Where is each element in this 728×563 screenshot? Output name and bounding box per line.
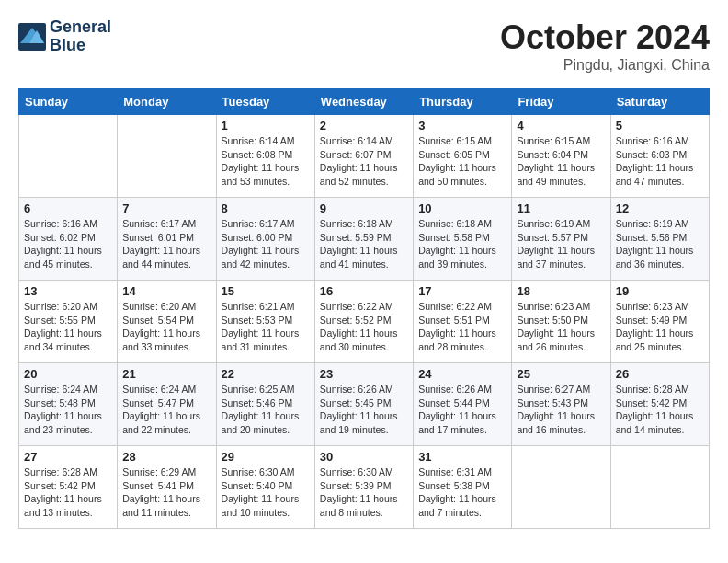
day-number: 1: [222, 119, 310, 132]
day-number: 4: [517, 119, 605, 132]
day-info: Sunrise: 6:20 AMSunset: 5:55 PMDaylight:…: [24, 300, 112, 354]
calendar-cell: 5Sunrise: 6:16 AMSunset: 6:03 PMDaylight…: [610, 115, 709, 198]
weekday-header-friday: Friday: [512, 89, 610, 115]
weekday-header-tuesday: Tuesday: [216, 89, 314, 115]
weekday-header-monday: Monday: [118, 89, 216, 115]
calendar-cell: 27Sunrise: 6:28 AMSunset: 5:42 PMDayligh…: [19, 446, 118, 529]
day-number: 31: [418, 450, 506, 464]
day-number: 26: [616, 367, 704, 381]
weekday-header-saturday: Saturday: [610, 89, 709, 115]
day-number: 15: [222, 284, 310, 298]
day-info: Sunrise: 6:24 AMSunset: 5:47 PMDaylight:…: [122, 383, 210, 437]
day-info: Sunrise: 6:30 AMSunset: 5:40 PMDaylight:…: [222, 465, 310, 520]
day-info: Sunrise: 6:19 AMSunset: 5:56 PMDaylight:…: [616, 217, 704, 271]
logo-icon: [18, 23, 46, 51]
day-number: 11: [517, 201, 605, 215]
calendar-cell: [118, 115, 216, 198]
day-info: Sunrise: 6:16 AMSunset: 6:03 PMDaylight:…: [616, 134, 704, 189]
day-info: Sunrise: 6:23 AMSunset: 5:50 PMDaylight:…: [517, 300, 605, 354]
weekday-header-thursday: Thursday: [414, 89, 512, 115]
day-info: Sunrise: 6:26 AMSunset: 5:44 PMDaylight:…: [418, 383, 506, 437]
day-info: Sunrise: 6:23 AMSunset: 5:49 PMDaylight:…: [616, 300, 704, 354]
day-number: 14: [122, 284, 210, 298]
calendar-cell: 9Sunrise: 6:18 AMSunset: 5:59 PMDaylight…: [314, 198, 413, 281]
day-info: Sunrise: 6:18 AMSunset: 5:59 PMDaylight:…: [320, 217, 408, 271]
day-number: 2: [320, 119, 408, 132]
calendar-cell: 31Sunrise: 6:31 AMSunset: 5:38 PMDayligh…: [414, 446, 512, 529]
day-number: 24: [418, 367, 506, 381]
calendar-cell: 6Sunrise: 6:16 AMSunset: 6:02 PMDaylight…: [19, 198, 118, 281]
day-info: Sunrise: 6:19 AMSunset: 5:57 PMDaylight:…: [517, 217, 605, 271]
calendar-cell: 25Sunrise: 6:27 AMSunset: 5:43 PMDayligh…: [512, 363, 610, 446]
calendar-cell: 3Sunrise: 6:15 AMSunset: 6:05 PMDaylight…: [414, 115, 512, 198]
title-block: October 2024 Pingdu, Jiangxi, China: [500, 18, 710, 74]
day-number: 16: [320, 284, 408, 298]
calendar-cell: 17Sunrise: 6:22 AMSunset: 5:51 PMDayligh…: [414, 281, 512, 363]
day-info: Sunrise: 6:18 AMSunset: 5:58 PMDaylight:…: [418, 217, 506, 271]
calendar-cell: 20Sunrise: 6:24 AMSunset: 5:48 PMDayligh…: [19, 363, 118, 446]
day-number: 10: [418, 201, 506, 215]
calendar-cell: 10Sunrise: 6:18 AMSunset: 5:58 PMDayligh…: [414, 198, 512, 281]
day-info: Sunrise: 6:25 AMSunset: 5:46 PMDaylight:…: [222, 383, 310, 437]
day-number: 17: [418, 284, 506, 298]
weekday-header-row: SundayMondayTuesdayWednesdayThursdayFrid…: [19, 89, 710, 115]
week-row-1: 1Sunrise: 6:14 AMSunset: 6:08 PMDaylight…: [19, 115, 710, 198]
day-info: Sunrise: 6:28 AMSunset: 5:42 PMDaylight:…: [24, 465, 112, 520]
day-number: 12: [616, 201, 704, 215]
calendar-cell: 14Sunrise: 6:20 AMSunset: 5:54 PMDayligh…: [118, 281, 216, 363]
calendar-cell: 16Sunrise: 6:22 AMSunset: 5:52 PMDayligh…: [314, 281, 413, 363]
day-number: 19: [616, 284, 704, 298]
calendar-cell: 7Sunrise: 6:17 AMSunset: 6:01 PMDaylight…: [118, 198, 216, 281]
day-info: Sunrise: 6:21 AMSunset: 5:53 PMDaylight:…: [222, 300, 310, 354]
day-info: Sunrise: 6:17 AMSunset: 6:01 PMDaylight:…: [122, 217, 210, 271]
day-info: Sunrise: 6:22 AMSunset: 5:51 PMDaylight:…: [418, 300, 506, 354]
day-info: Sunrise: 6:20 AMSunset: 5:54 PMDaylight:…: [122, 300, 210, 354]
weekday-header-sunday: Sunday: [19, 89, 118, 115]
calendar-cell: 24Sunrise: 6:26 AMSunset: 5:44 PMDayligh…: [414, 363, 512, 446]
day-info: Sunrise: 6:31 AMSunset: 5:38 PMDaylight:…: [418, 465, 506, 520]
day-number: 28: [122, 450, 210, 464]
calendar-cell: 12Sunrise: 6:19 AMSunset: 5:56 PMDayligh…: [610, 198, 709, 281]
calendar-cell: 1Sunrise: 6:14 AMSunset: 6:08 PMDaylight…: [216, 115, 314, 198]
calendar-cell: 4Sunrise: 6:15 AMSunset: 6:04 PMDaylight…: [512, 115, 610, 198]
calendar-cell: 21Sunrise: 6:24 AMSunset: 5:47 PMDayligh…: [118, 363, 216, 446]
day-number: 21: [122, 367, 210, 381]
calendar-cell: 2Sunrise: 6:14 AMSunset: 6:07 PMDaylight…: [314, 115, 413, 198]
page-header: General Blue October 2024 Pingdu, Jiangx…: [18, 18, 710, 74]
day-number: 5: [616, 119, 704, 132]
day-info: Sunrise: 6:15 AMSunset: 6:05 PMDaylight:…: [418, 134, 506, 189]
calendar-cell: 18Sunrise: 6:23 AMSunset: 5:50 PMDayligh…: [512, 281, 610, 363]
week-row-5: 27Sunrise: 6:28 AMSunset: 5:42 PMDayligh…: [19, 446, 710, 529]
day-info: Sunrise: 6:29 AMSunset: 5:41 PMDaylight:…: [122, 465, 210, 520]
location: Pingdu, Jiangxi, China: [500, 57, 710, 74]
logo: General Blue: [18, 18, 111, 55]
day-info: Sunrise: 6:28 AMSunset: 5:42 PMDaylight:…: [616, 383, 704, 437]
calendar-cell: 28Sunrise: 6:29 AMSunset: 5:41 PMDayligh…: [118, 446, 216, 529]
day-number: 30: [320, 450, 408, 464]
day-info: Sunrise: 6:30 AMSunset: 5:39 PMDaylight:…: [320, 465, 408, 520]
day-number: 20: [24, 367, 112, 381]
week-row-3: 13Sunrise: 6:20 AMSunset: 5:55 PMDayligh…: [19, 281, 710, 363]
calendar-cell: 26Sunrise: 6:28 AMSunset: 5:42 PMDayligh…: [610, 363, 709, 446]
week-row-4: 20Sunrise: 6:24 AMSunset: 5:48 PMDayligh…: [19, 363, 710, 446]
calendar-cell: 15Sunrise: 6:21 AMSunset: 5:53 PMDayligh…: [216, 281, 314, 363]
day-info: Sunrise: 6:14 AMSunset: 6:07 PMDaylight:…: [320, 134, 408, 189]
day-info: Sunrise: 6:26 AMSunset: 5:45 PMDaylight:…: [320, 383, 408, 437]
weekday-header-wednesday: Wednesday: [314, 89, 413, 115]
calendar-cell: 8Sunrise: 6:17 AMSunset: 6:00 PMDaylight…: [216, 198, 314, 281]
calendar-cell: [610, 446, 709, 529]
day-number: 6: [24, 201, 112, 215]
day-number: 25: [517, 367, 605, 381]
calendar-cell: 19Sunrise: 6:23 AMSunset: 5:49 PMDayligh…: [610, 281, 709, 363]
day-number: 9: [320, 201, 408, 215]
day-info: Sunrise: 6:27 AMSunset: 5:43 PMDaylight:…: [517, 383, 605, 437]
day-number: 13: [24, 284, 112, 298]
day-number: 7: [122, 201, 210, 215]
calendar-cell: [512, 446, 610, 529]
calendar-cell: 30Sunrise: 6:30 AMSunset: 5:39 PMDayligh…: [314, 446, 413, 529]
day-info: Sunrise: 6:22 AMSunset: 5:52 PMDaylight:…: [320, 300, 408, 354]
day-info: Sunrise: 6:24 AMSunset: 5:48 PMDaylight:…: [24, 383, 112, 437]
day-info: Sunrise: 6:15 AMSunset: 6:04 PMDaylight:…: [517, 134, 605, 189]
calendar-table: SundayMondayTuesdayWednesdayThursdayFrid…: [18, 88, 710, 529]
calendar-cell: 13Sunrise: 6:20 AMSunset: 5:55 PMDayligh…: [19, 281, 118, 363]
